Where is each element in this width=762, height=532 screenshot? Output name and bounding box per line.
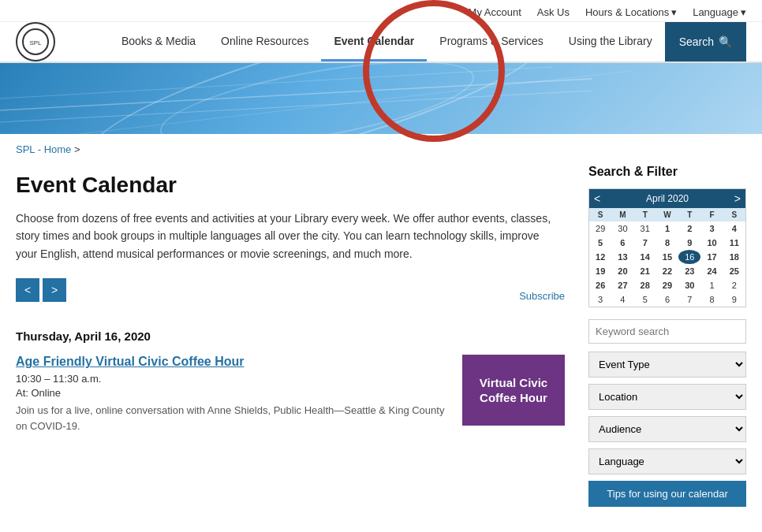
event-location: At: Online <box>16 387 446 399</box>
calendar-day[interactable]: 3 <box>700 221 723 236</box>
hero-banner <box>0 63 762 134</box>
logo[interactable]: SPL <box>16 22 55 61</box>
calendar-day[interactable]: 21 <box>634 264 656 278</box>
utility-nav: My Account Ask Us Hours & Locations ▾ La… <box>0 0 762 22</box>
breadcrumb-home[interactable]: SPL - Home <box>16 143 71 155</box>
search-icon: 🔍 <box>719 35 732 48</box>
language-filter[interactable]: Language <box>588 448 746 474</box>
sidebar: Search & Filter < April 2020 > S M T W T… <box>588 165 746 507</box>
calendar-day[interactable]: 30 <box>611 221 633 236</box>
cal-day-s: S <box>589 208 611 221</box>
calendar-day[interactable]: 10 <box>700 236 723 250</box>
cal-prev-btn[interactable]: < <box>594 192 600 205</box>
main-nav: SPL Books & Media Online Resources Event… <box>0 22 762 61</box>
chevron-down-icon: ▾ <box>741 6 746 18</box>
cal-day-t2: T <box>678 208 700 221</box>
calendar-day[interactable]: 23 <box>678 264 700 278</box>
calendar-week: 3456789 <box>589 292 745 307</box>
calendar-day[interactable]: 5 <box>634 292 656 307</box>
ask-us-link[interactable]: Ask Us <box>537 6 570 18</box>
calendar-day[interactable]: 18 <box>723 250 745 264</box>
calendar-week: 567891011 <box>589 236 745 250</box>
svg-line-5 <box>79 71 631 134</box>
calendar-day[interactable]: 26 <box>589 278 611 292</box>
calendar-days-header: S M T W T F S <box>589 208 745 221</box>
calendar-month-year: April 2020 <box>646 193 689 204</box>
calendar-day[interactable]: 4 <box>723 221 745 236</box>
arrows-row: < > Subscribe <box>16 278 565 314</box>
calendar-day[interactable]: 11 <box>723 236 745 250</box>
search-button[interactable]: Search 🔍 <box>665 22 746 61</box>
calendar-day[interactable]: 12 <box>589 250 611 264</box>
calendar-day[interactable]: 6 <box>656 292 678 307</box>
calendar-week: 2930311234 <box>589 221 745 236</box>
calendar-day[interactable]: 22 <box>656 264 678 278</box>
calendar-day[interactable]: 16 <box>678 250 700 264</box>
page-title: Event Calendar <box>16 173 565 198</box>
calendar-day[interactable]: 30 <box>678 278 700 292</box>
calendar-day[interactable]: 29 <box>589 221 611 236</box>
tips-button[interactable]: Tips for using our calendar <box>588 481 746 507</box>
calendar-day[interactable]: 27 <box>611 278 633 292</box>
calendar-day[interactable]: 8 <box>656 236 678 250</box>
keyword-search-input[interactable] <box>588 319 746 344</box>
cal-day-f: F <box>700 208 723 221</box>
calendar-day[interactable]: 9 <box>678 236 700 250</box>
calendar-day[interactable]: 2 <box>723 278 745 292</box>
event-type-filter[interactable]: Event Type <box>588 352 746 378</box>
cal-day-m: M <box>611 208 633 221</box>
calendar-day[interactable]: 8 <box>700 292 723 307</box>
calendar-day[interactable]: 28 <box>634 278 656 292</box>
event-image[interactable]: Virtual Civic Coffee Hour <box>462 355 565 426</box>
nav-event-calendar[interactable]: Event Calendar <box>321 22 427 61</box>
calendar-header: < April 2020 > <box>589 189 745 208</box>
calendar-day[interactable]: 24 <box>700 264 723 278</box>
event-description: Join us for a live, online conversation … <box>16 403 446 433</box>
prev-arrow[interactable]: < <box>16 278 39 302</box>
calendar-week: 19202122232425 <box>589 264 745 278</box>
search-label: Search <box>679 35 714 48</box>
calendar-day[interactable]: 14 <box>634 250 656 264</box>
calendar-day[interactable]: 15 <box>656 250 678 264</box>
next-arrow[interactable]: > <box>43 278 66 302</box>
language-link[interactable]: Language ▾ <box>693 6 746 18</box>
location-filter[interactable]: Location <box>588 384 746 410</box>
calendar-day[interactable]: 13 <box>611 250 633 264</box>
svg-line-3 <box>0 91 592 122</box>
nav-online-resources[interactable]: Online Resources <box>208 22 321 61</box>
nav-programs-services[interactable]: Programs & Services <box>427 22 555 61</box>
calendar-day[interactable]: 3 <box>589 292 611 307</box>
calendar-day[interactable]: 19 <box>589 264 611 278</box>
calendar-day[interactable]: 4 <box>611 292 633 307</box>
site-header: My Account Ask Us Hours & Locations ▾ La… <box>0 0 762 63</box>
subscribe-link[interactable]: Subscribe <box>519 285 565 308</box>
calendar-table: S M T W T F S 29303112345678910111213141… <box>589 208 745 307</box>
calendar-day[interactable]: 1 <box>656 221 678 236</box>
event-title[interactable]: Age Friendly Virtual Civic Coffee Hour <box>16 355 446 369</box>
calendar-day[interactable]: 29 <box>656 278 678 292</box>
audience-filter[interactable]: Audience <box>588 416 746 442</box>
nav-books-media[interactable]: Books & Media <box>109 22 208 61</box>
event-date-heading: Thursday, April 16, 2020 <box>16 329 565 343</box>
nav-using-library[interactable]: Using the Library <box>556 22 665 61</box>
calendar-day[interactable]: 1 <box>700 278 723 292</box>
calendar-day[interactable]: 25 <box>723 264 745 278</box>
calendar-day[interactable]: 5 <box>589 236 611 250</box>
my-account-link[interactable]: My Account <box>469 6 521 18</box>
calendar-day[interactable]: 2 <box>678 221 700 236</box>
cal-next-btn[interactable]: > <box>734 192 741 205</box>
nav-arrows: < > <box>16 278 66 302</box>
calendar-day[interactable]: 17 <box>700 250 723 264</box>
calendar-day[interactable]: 31 <box>634 221 656 236</box>
calendar-day[interactable]: 7 <box>678 292 700 307</box>
calendar-day[interactable]: 6 <box>611 236 633 250</box>
calendar-day[interactable]: 9 <box>723 292 745 307</box>
hours-locations-link[interactable]: Hours & Locations ▾ <box>585 6 677 18</box>
event-details: Age Friendly Virtual Civic Coffee Hour 1… <box>16 355 446 433</box>
breadcrumb-separator: > <box>74 143 80 155</box>
main-content: Event Calendar Choose from dozens of fre… <box>16 165 565 507</box>
calendar-day[interactable]: 7 <box>634 236 656 250</box>
svg-line-2 <box>0 79 592 110</box>
calendar-day[interactable]: 20 <box>611 264 633 278</box>
page-description: Choose from dozens of free events and ac… <box>16 210 552 262</box>
